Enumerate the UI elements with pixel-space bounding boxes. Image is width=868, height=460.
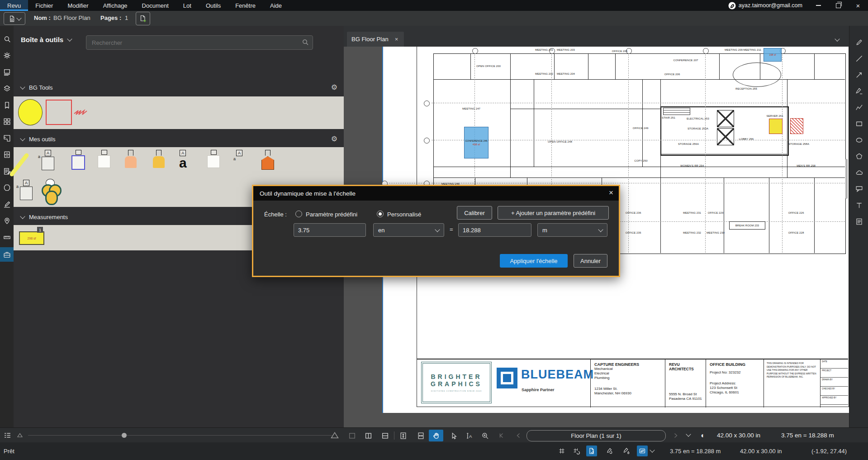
first-page-icon[interactable] bbox=[496, 430, 508, 441]
dialog-close-icon[interactable]: × bbox=[609, 188, 613, 197]
tool-note-a[interactable]: Aa bbox=[20, 180, 33, 200]
tool-box-white[interactable] bbox=[98, 150, 110, 168]
apply-scale-button[interactable]: Appliquer l'échelle bbox=[500, 254, 568, 268]
studio-panel-icon[interactable] bbox=[0, 181, 14, 195]
ruler-panel-icon[interactable] bbox=[0, 230, 14, 244]
bookmarks-panel-icon[interactable] bbox=[0, 98, 14, 112]
search-input[interactable] bbox=[91, 36, 292, 49]
panel-grow-handle[interactable] bbox=[330, 430, 339, 440]
scale-to-input[interactable] bbox=[459, 224, 531, 236]
menu-item-revu[interactable]: Revu bbox=[0, 0, 28, 11]
contrast-icon[interactable]: ◐ bbox=[697, 430, 709, 441]
calibrate-button[interactable]: Calibrer bbox=[457, 206, 492, 220]
polygon-markup-tool-icon[interactable] bbox=[849, 149, 868, 163]
hatched-room-markup[interactable] bbox=[790, 118, 803, 134]
tool-red-rectangle[interactable] bbox=[46, 100, 72, 125]
rectangle-markup-tool-icon[interactable] bbox=[849, 116, 868, 131]
tool-highlight-stroke[interactable] bbox=[17, 150, 21, 179]
tool-flag-house[interactable] bbox=[261, 150, 274, 170]
page-navigation-input[interactable]: Floor Plan (1 sur 1) bbox=[526, 430, 666, 441]
unit-to-select[interactable]: m bbox=[537, 223, 607, 237]
select-tool-icon[interactable] bbox=[448, 430, 460, 441]
panel-slider-track[interactable] bbox=[28, 435, 332, 436]
document-menu-button[interactable] bbox=[4, 12, 25, 25]
tool-note-a[interactable]: Aa bbox=[42, 150, 54, 170]
chevron-down-icon[interactable] bbox=[650, 447, 655, 452]
tool-tree[interactable] bbox=[42, 180, 60, 204]
single-page-view-icon[interactable] bbox=[346, 430, 358, 441]
conference-246-space-markup[interactable]: CONFERENCE 246 498 sf bbox=[464, 127, 489, 158]
insert-page-button[interactable] bbox=[136, 12, 150, 25]
snap-to-markup-icon[interactable] bbox=[604, 446, 615, 456]
top-space-markup[interactable]: 198 sf bbox=[764, 48, 782, 62]
vertical-scrollbar[interactable] bbox=[845, 159, 848, 199]
calibrate-panel-icon[interactable] bbox=[0, 197, 14, 211]
tool-flag-peach[interactable] bbox=[125, 150, 137, 168]
arrow-markup-tool-icon[interactable] bbox=[849, 67, 868, 82]
account-button[interactable]: ayaz.taimoor@gmail.com bbox=[728, 0, 802, 11]
callout-markup-tool-icon[interactable] bbox=[849, 182, 868, 196]
panel-slider-thumb[interactable] bbox=[122, 433, 127, 438]
panel-shrink-handle[interactable] bbox=[16, 431, 24, 439]
menu-item-fenêtre[interactable]: Fenêtre bbox=[228, 0, 263, 11]
zoom-tool-icon[interactable] bbox=[479, 430, 491, 441]
custom-radio[interactable] bbox=[377, 211, 384, 217]
places-panel-icon[interactable] bbox=[0, 214, 14, 228]
chevron-down-icon[interactable] bbox=[686, 431, 691, 436]
scale-from-input[interactable] bbox=[294, 224, 365, 236]
search-icon[interactable] bbox=[302, 38, 309, 46]
panel-title-dropdown[interactable]: Boîte à outils bbox=[21, 36, 71, 43]
tab-close-icon[interactable]: × bbox=[395, 36, 398, 43]
snap-to-grid-icon[interactable] bbox=[571, 446, 582, 456]
measurement-tool-chip[interactable]: 298 sf bbox=[19, 231, 44, 245]
panels-panel-icon[interactable] bbox=[0, 115, 14, 129]
tool-red-squiggle[interactable] bbox=[73, 107, 99, 117]
settings-panel-icon[interactable] bbox=[0, 48, 14, 63]
close-button[interactable]: × bbox=[848, 0, 868, 11]
add-preset-button[interactable]: + Ajouter un paramètre prédéfini bbox=[498, 206, 609, 220]
section-my-tools[interactable]: Mes outils ⚙ bbox=[14, 131, 344, 147]
minimize-button[interactable] bbox=[808, 0, 828, 11]
cloud-markup-tool-icon[interactable] bbox=[849, 165, 868, 180]
grid-icon[interactable] bbox=[556, 446, 567, 456]
polyline-markup-tool-icon[interactable] bbox=[849, 100, 868, 115]
section-settings-icon[interactable]: ⚙ bbox=[331, 84, 337, 91]
cabinet-panel-icon[interactable] bbox=[0, 148, 14, 162]
reuse-markup-icon[interactable] bbox=[637, 446, 648, 456]
menu-item-lot[interactable]: Lot bbox=[176, 0, 199, 11]
tool-flag-yellow[interactable] bbox=[153, 150, 165, 168]
pencil-markup-tool-icon[interactable] bbox=[849, 35, 868, 49]
menu-item-fichier[interactable]: Fichier bbox=[28, 0, 60, 11]
pan-tool-icon[interactable] bbox=[429, 430, 443, 441]
section-settings-icon[interactable]: ⚙ bbox=[331, 135, 337, 143]
tool-yellow-ellipse[interactable] bbox=[18, 99, 43, 125]
tool-box-blue[interactable] bbox=[71, 150, 85, 170]
server-room-markup[interactable] bbox=[769, 119, 783, 134]
menu-item-outils[interactable]: Outils bbox=[199, 0, 228, 11]
pen-markup-tool-icon[interactable] bbox=[849, 84, 868, 98]
line-markup-tool-icon[interactable] bbox=[849, 51, 868, 66]
tool-letter-bold[interactable]: Aa bbox=[179, 150, 187, 169]
tool-note-small[interactable]: Aa bbox=[236, 150, 242, 161]
split-horizontal-icon[interactable] bbox=[379, 430, 391, 441]
tab-bar-chevron-icon[interactable] bbox=[835, 36, 840, 41]
search-panel-icon[interactable] bbox=[0, 32, 14, 46]
select-text-icon[interactable]: A bbox=[463, 430, 475, 441]
markup-list-toggle-icon[interactable] bbox=[4, 431, 11, 439]
preset-radio[interactable] bbox=[295, 211, 302, 217]
thumbnails-panel-icon[interactable] bbox=[0, 65, 14, 79]
layers-panel-icon[interactable] bbox=[0, 81, 14, 96]
previous-page-icon[interactable] bbox=[513, 430, 525, 441]
unit-from-select[interactable]: en bbox=[373, 223, 444, 237]
split-vertical-icon[interactable] bbox=[362, 430, 374, 441]
section-bg-tools[interactable]: BG Tools ⚙ bbox=[14, 79, 344, 96]
toolbox-panel-icon[interactable] bbox=[0, 247, 14, 262]
snap-to-content-icon[interactable] bbox=[586, 446, 597, 456]
fit-width-icon[interactable] bbox=[415, 430, 427, 441]
menu-item-modifier[interactable]: Modifier bbox=[60, 0, 95, 11]
menu-item-aide[interactable]: Aide bbox=[263, 0, 289, 11]
ink-pen-icon[interactable] bbox=[621, 446, 632, 456]
next-page-icon[interactable] bbox=[669, 430, 681, 441]
cancel-button[interactable]: Annuler bbox=[574, 254, 607, 268]
ellipse-markup-tool-icon[interactable] bbox=[849, 133, 868, 147]
